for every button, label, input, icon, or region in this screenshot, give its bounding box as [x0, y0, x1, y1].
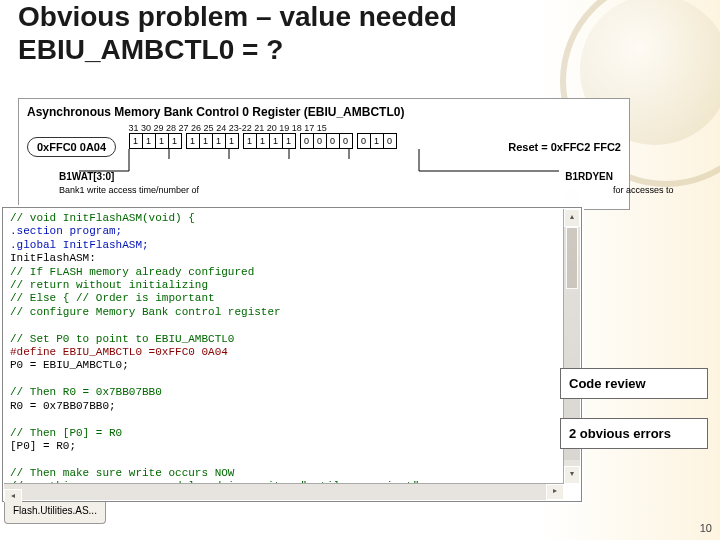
editor-tab-bar: Flash.Utilities.AS...	[4, 502, 107, 524]
bit-field-area: 31 30 29 28 27 26 25 24 23-22 21 20 19 1…	[129, 123, 401, 149]
bit-numbers: 31 30 29 28 27 26 25 24 23-22 21 20 19 1…	[129, 123, 401, 133]
register-header: Asynchronous Memory Bank Control 0 Regis…	[19, 99, 629, 123]
page-number: 10	[700, 522, 712, 534]
connecting-lines	[19, 149, 629, 189]
register-diagram: Asynchronous Memory Bank Control 0 Regis…	[18, 98, 630, 210]
bit-boxes: 1111111111110000010	[129, 133, 401, 149]
note-errors: 2 obvious errors	[560, 418, 708, 449]
title-line-2: EBIU_AMBCTL0 = ?	[18, 33, 638, 66]
editor-tab[interactable]: Flash.Utilities.AS...	[4, 502, 106, 524]
note-code-review: Code review	[560, 368, 708, 399]
horizontal-scrollbar[interactable]: ◂ ▸	[4, 483, 564, 500]
code-body: // void InitFlashASM(void) { .section pr…	[4, 209, 564, 484]
code-editor-window: // void InitFlashASM(void) { .section pr…	[0, 205, 584, 504]
slide-title: Obvious problem – value needed EBIU_AMBC…	[18, 0, 638, 66]
title-line-1: Obvious problem – value needed	[18, 0, 638, 33]
scroll-down-button[interactable]: ▾	[564, 466, 580, 484]
scroll-right-button[interactable]: ▸	[546, 484, 564, 500]
